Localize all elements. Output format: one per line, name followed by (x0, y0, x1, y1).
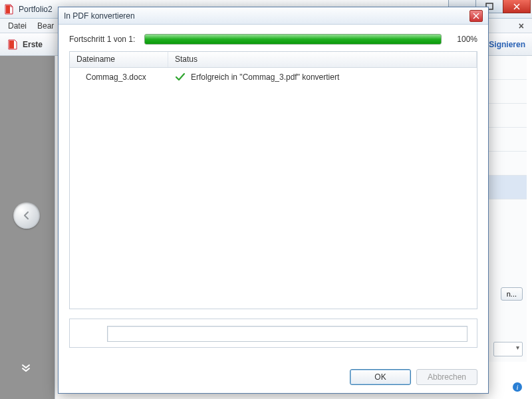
app-icon (4, 4, 15, 15)
results-table: Dateiname Status Commag_3.docx Erfolgrei… (69, 51, 477, 309)
side-row[interactable] (489, 128, 527, 152)
side-dropdown[interactable] (493, 342, 523, 356)
col-status[interactable]: Status (168, 52, 477, 67)
svg-rect-2 (9, 41, 14, 49)
ok-button[interactable]: OK (350, 369, 411, 385)
cell-filename: Commag_3.docx (76, 72, 175, 82)
create-pdf-icon (7, 39, 19, 51)
expand-chevrons-icon[interactable] (20, 362, 32, 376)
success-check-icon (175, 72, 186, 82)
dialog-body: Fortschritt 1 von 1: 100% Dateiname Stat… (59, 25, 488, 393)
close-button[interactable] (503, 0, 531, 13)
side-row[interactable] (489, 80, 527, 104)
nav-pane (0, 56, 55, 399)
cancel-button: Abbrechen (416, 369, 477, 385)
col-filename[interactable]: Dateiname (70, 52, 168, 67)
side-row-selected[interactable] (489, 176, 527, 200)
table-row[interactable]: Commag_3.docx Erfolgreich in "Commag_3.p… (70, 68, 477, 86)
dialog-buttons: OK Abbrechen (350, 369, 477, 385)
table-header: Dateiname Status (70, 52, 477, 68)
toolbar-create-label: Erste (23, 40, 43, 49)
side-row[interactable] (489, 56, 527, 80)
main-window-title: Portfolio2 (19, 5, 53, 14)
side-options-button[interactable]: n... (501, 287, 523, 301)
convert-dialog: In PDF konvertieren Fortschritt 1 von 1:… (58, 7, 489, 394)
progress-row: Fortschritt 1 von 1: 100% (69, 34, 477, 45)
details-box (69, 319, 477, 348)
svg-text:i: i (516, 383, 518, 391)
toolbar-create[interactable]: Erste (7, 39, 43, 51)
progress-label: Fortschritt 1 von 1: (69, 35, 135, 44)
dialog-title: In PDF konvertieren (64, 11, 135, 21)
details-inset (107, 326, 467, 342)
progress-percent: 100% (451, 35, 477, 44)
dialog-titlebar: In PDF konvertieren (59, 7, 488, 25)
toolbar-sign-label: Signieren (489, 40, 525, 49)
side-row[interactable] (489, 152, 527, 176)
dialog-close-button[interactable] (469, 10, 483, 22)
cell-status-text: Erfolgreich in "Commag_3.pdf" konvertier… (191, 72, 339, 82)
side-row[interactable] (489, 104, 527, 128)
menu-edit[interactable]: Bear (33, 20, 58, 32)
menu-file[interactable]: Datei (4, 20, 31, 32)
document-close-icon[interactable]: × (515, 21, 528, 31)
toolbar-sign[interactable]: Signieren (489, 40, 525, 49)
info-icon[interactable]: i (512, 382, 523, 392)
cell-status: Erfolgreich in "Commag_3.pdf" konvertier… (175, 72, 470, 82)
progress-bar (144, 34, 442, 45)
tools-side-panel: n... (488, 56, 527, 362)
nav-back-button[interactable] (13, 202, 40, 229)
